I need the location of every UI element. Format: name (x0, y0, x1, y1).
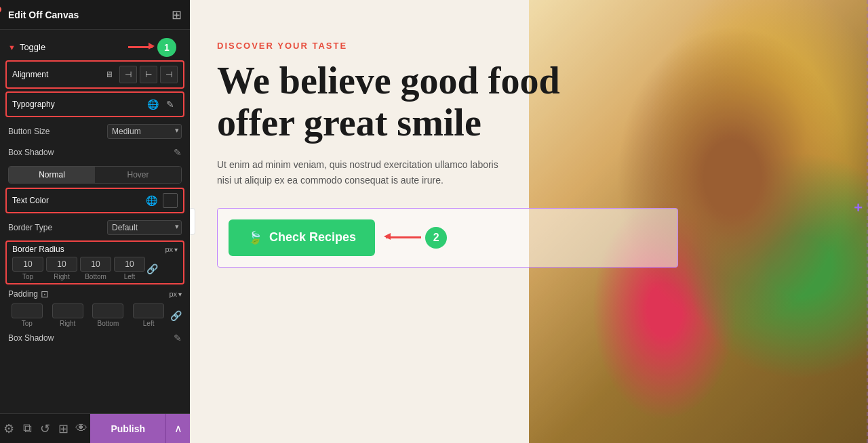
text-color-label: Text Color (12, 196, 49, 205)
button-selection-area: 🍃 Check Recipes 2 (217, 208, 678, 268)
toggle-row: ▼ Toggle 1 (0, 37, 190, 58)
pad-top-group: Top (8, 303, 46, 327)
border-type-label: Border Type (8, 223, 52, 232)
panel-content: ▼ Toggle 1 Alignment 🖥 ⊣ ⊢ ⊣ Typography (0, 30, 190, 413)
radius-top-label: Top (22, 273, 33, 280)
layers-icon-btn[interactable]: ⧉ (18, 414, 37, 443)
settings-icon-btn[interactable]: ⚙ (0, 414, 18, 443)
radius-right-label: Right (54, 273, 69, 280)
padding-unit: px ▾ (169, 290, 182, 298)
border-radius-header: Border Radius px ▾ (12, 245, 178, 254)
radius-left-label: Left (124, 273, 136, 280)
state-tabs: Normal Hover (8, 166, 182, 184)
toggle-label: Toggle (20, 42, 45, 52)
main-heading: We believe good food offer great smile (217, 60, 590, 144)
typography-label: Typography (12, 100, 55, 109)
button-size-row: Button Size Medium Small Large (0, 120, 190, 143)
pad-bottom-group: Bottom (90, 303, 127, 327)
check-recipes-btn-label: Check Recipes (269, 230, 356, 245)
grid-icon[interactable]: ⊞ (172, 7, 182, 22)
bottom-toolbar: ⚙ ⧉ ↺ ⊞ 👁 Publish ∧ (0, 413, 190, 443)
add-icon[interactable]: + (854, 199, 863, 217)
box-shadow-row-1: Box Shadow (0, 143, 190, 162)
pad-bottom-input[interactable] (92, 303, 123, 318)
badge-2: 2 (425, 227, 447, 249)
box-shadow-row-2: Box Shadow (0, 329, 190, 347)
padding-link-icon[interactable]: 🔗 (170, 310, 182, 321)
radius-link-icon[interactable]: 🔗 (146, 263, 158, 274)
padding-inputs: Top Right Bottom Left 🔗 (0, 302, 190, 329)
pad-top-input[interactable] (12, 303, 43, 318)
eye-icon-btn[interactable]: 👁 (73, 414, 91, 443)
tab-normal[interactable]: Normal (9, 167, 95, 183)
toggle-arrow: ▼ (8, 43, 16, 51)
border-radius-inputs: Top Right Bottom Left (12, 257, 145, 280)
sub-text: Ut enim ad minim veniam, quis nostrud ex… (217, 157, 542, 188)
align-right-btn[interactable]: ⊣ (160, 66, 178, 83)
radius-top-input[interactable] (12, 257, 43, 272)
text-color-globe-icon[interactable]: 🌐 (144, 193, 159, 208)
button-size-label: Button Size (8, 127, 50, 136)
button-size-select-wrapper[interactable]: Medium Small Large (107, 124, 182, 139)
tab-hover[interactable]: Hover (95, 167, 181, 183)
radius-bottom-input[interactable] (80, 257, 111, 272)
align-left-btn[interactable]: ⊣ (119, 66, 137, 83)
discover-label: DISCOVER YOUR TASTE (217, 41, 590, 51)
monitor-icon: 🖥 (102, 67, 117, 82)
padding-label-left: Padding ⊡ (8, 289, 49, 299)
pad-left-group: Left (130, 303, 167, 327)
pad-left-label: Left (143, 320, 155, 327)
box-shadow-pen-icon-1[interactable] (174, 147, 182, 158)
padding-icon: ⊡ (41, 289, 49, 299)
left-panel: Edit Off Canvas ⊞ ▼ Toggle 1 Alignment 🖥… (0, 0, 190, 443)
border-radius-section: Border Radius px ▾ Top Right (5, 240, 184, 284)
page-text-area: DISCOVER YOUR TASTE We believe good food… (217, 41, 590, 268)
panel-header: Edit Off Canvas ⊞ (0, 0, 190, 30)
toggle-badge: 1 (157, 38, 176, 57)
pad-right-group: Right (49, 303, 87, 327)
pad-right-input[interactable] (52, 303, 83, 318)
pad-top-label: Top (22, 320, 33, 327)
radius-right-group: Right (46, 257, 77, 280)
radius-left-group: Left (114, 257, 145, 280)
globe-icon[interactable]: 🌐 (145, 97, 160, 112)
check-recipes-btn-icon: 🍃 (248, 230, 262, 245)
alignment-section: Alignment 🖥 ⊣ ⊢ ⊣ (5, 60, 184, 89)
box-shadow-label-2: Box Shadow (8, 333, 54, 343)
pen-icon[interactable] (163, 97, 178, 112)
box-shadow-label-1: Box Shadow (8, 148, 54, 157)
heading-line2: offer great smile (217, 102, 481, 144)
text-color-section: Text Color 🌐 (5, 188, 184, 213)
border-type-select-wrapper[interactable]: Default Solid Dashed Dotted None (107, 220, 182, 235)
radius-bottom-label: Bottom (85, 273, 106, 280)
border-type-select[interactable]: Default Solid Dashed Dotted None (107, 220, 182, 235)
border-radius-unit: px ▾ (165, 245, 178, 253)
pad-right-label: Right (60, 320, 75, 327)
publish-chevron-btn[interactable]: ∧ (165, 414, 190, 443)
radius-right-input[interactable] (46, 257, 77, 272)
history-icon-btn[interactable]: ↺ (36, 414, 54, 443)
panel-title: Edit Off Canvas (8, 9, 79, 20)
radius-left-input[interactable] (114, 257, 145, 272)
template-icon-btn[interactable]: ⊞ (54, 414, 73, 443)
dot-indicator (0, 6, 1, 13)
check-recipes-button[interactable]: 🍃 Check Recipes (229, 219, 375, 256)
typography-section: Typography 🌐 (5, 91, 184, 117)
border-radius-label: Border Radius (12, 245, 64, 254)
border-type-row: Border Type Default Solid Dashed Dotted … (0, 216, 190, 239)
padding-label-row: Padding ⊡ px ▾ (0, 286, 190, 302)
pad-left-input[interactable] (133, 303, 164, 318)
heading-line1: We believe good food (217, 60, 560, 102)
radius-bottom-group: Bottom (80, 257, 111, 280)
text-color-swatch[interactable] (163, 193, 178, 208)
right-content-area: ‹ + DISCOVER YOUR TASTE We believe good … (190, 0, 868, 443)
button-size-select[interactable]: Medium Small Large (107, 124, 182, 139)
box-shadow-pen-icon-2[interactable] (174, 333, 182, 343)
radius-top-group: Top (12, 257, 43, 280)
collapse-panel-arrow[interactable]: ‹ (190, 208, 195, 235)
align-center-btn[interactable]: ⊢ (140, 66, 157, 83)
padding-label: Padding (8, 289, 38, 299)
alignment-label: Alignment (12, 70, 48, 79)
publish-button[interactable]: Publish (90, 414, 165, 443)
annotation-arrow-2: 2 (386, 227, 447, 249)
